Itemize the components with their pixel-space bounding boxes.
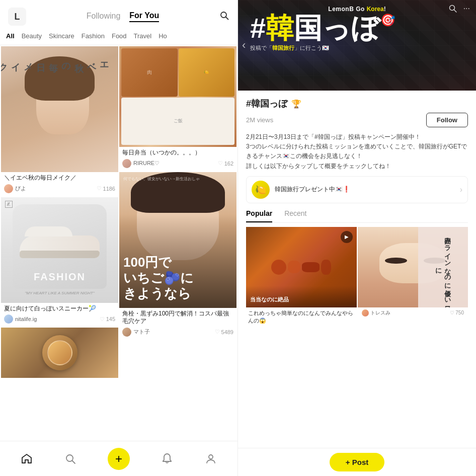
heart-icon: ♡ bbox=[218, 160, 223, 167]
list-item[interactable]: 100円でいちご🫐にきようなら 何でもない、彼女がいない→新生活おしゃ 角栓・黒… bbox=[119, 172, 236, 340]
card2-user-row: RIRURE♡ ♡ 162 bbox=[122, 159, 233, 168]
heart-icon: ♡ bbox=[215, 329, 220, 335]
list-item[interactable] bbox=[1, 328, 118, 378]
banner: ··· LemonB Go Korea! ‹ #韓国っぼ🎯 投稿で「韓国旅行」に… bbox=[238, 0, 476, 91]
tab-popular[interactable]: Popular bbox=[246, 209, 272, 222]
feed-col-left: エベ秋の毎日メイク ＼イエベ秋の毎日メイク／ びよ ♡ bbox=[1, 46, 118, 441]
card1-title: ＼イエベ秋の毎日メイク／ bbox=[4, 174, 115, 182]
cat-beauty[interactable]: Beauty bbox=[22, 32, 42, 41]
hashtag-row: #韓国っぼ 🏆 bbox=[246, 98, 468, 110]
description-text: 2月21日〜3月13日まで「#韓国っぼ」投稿キャンペーン開催中！ 3つのレベルに… bbox=[246, 132, 468, 171]
grid-like-row: トレスみ ♡ 750 bbox=[360, 309, 466, 319]
nav-profile[interactable] bbox=[205, 453, 217, 465]
cat-food[interactable]: Food bbox=[112, 32, 127, 41]
list-item[interactable]: 囲みラインなのに優しい目元に トレスみ ♡ 750 bbox=[358, 227, 468, 326]
grid-overlay-text: 当当なのに絶品 bbox=[250, 296, 353, 303]
grid-item-1-image: ▶ 当当なのに絶品 bbox=[246, 227, 357, 307]
list-item[interactable]: エベ秋の毎日メイク ＼イエベ秋の毎日メイク／ びよ ♡ bbox=[1, 46, 118, 196]
tab-following[interactable]: Following bbox=[87, 12, 121, 22]
views-count: 2M views bbox=[246, 116, 273, 124]
trophy-emoji: 🏆 bbox=[291, 99, 301, 109]
avatar bbox=[4, 184, 13, 193]
post-bar: + Post bbox=[238, 448, 476, 476]
cat-travel[interactable]: Travel bbox=[134, 32, 152, 41]
card3-info: 夏に向けて白っぽいスニーカー🎾 nitalife.ig ♡ 145 bbox=[1, 303, 118, 327]
like-count: ♡ 145 bbox=[100, 316, 115, 323]
avatar bbox=[122, 159, 131, 168]
card4-title: 角栓・黒ずみ100円で解消！コスパ最強毛穴ケア bbox=[122, 310, 233, 326]
heart-icon: ♡ bbox=[97, 185, 102, 192]
card4-user-row: マト子 ♡ 5489 bbox=[122, 328, 233, 337]
grid-item-2-image: 囲みラインなのに優しい目元に bbox=[358, 227, 468, 307]
views-row: 2M views Follow bbox=[246, 113, 468, 127]
left-panel: L Following For You All Beauty Skincare … bbox=[0, 0, 238, 476]
promo-icon: 🍋 bbox=[252, 181, 270, 199]
nav-search[interactable] bbox=[64, 453, 76, 465]
tab-recent[interactable]: Recent bbox=[284, 209, 306, 222]
bottom-nav: + bbox=[0, 441, 237, 476]
category-bar: All Beauty Skincare Fashion Food Travel … bbox=[0, 30, 237, 45]
right-panel: ··· LemonB Go Korea! ‹ #韓国っぼ🎯 投稿で「韓国旅行」に… bbox=[238, 0, 476, 476]
svg-line-5 bbox=[72, 460, 75, 463]
svg-line-3 bbox=[226, 17, 228, 19]
svg-text:L: L bbox=[15, 12, 20, 22]
post-button[interactable]: + Post bbox=[330, 453, 384, 471]
nav-home[interactable] bbox=[21, 453, 33, 465]
username: マト子 bbox=[133, 328, 150, 336]
like-count: ♡ 162 bbox=[218, 160, 233, 167]
card3-image: "MY HEART LIKE A SUMMER NIGHT" if. FASHI… bbox=[1, 197, 118, 303]
cat-all[interactable]: All bbox=[6, 32, 15, 41]
heart-icon: ♡ bbox=[450, 310, 454, 315]
promo-card[interactable]: 🍋 韓国旅行プレゼント中🇰🇷❗ › bbox=[246, 176, 468, 203]
svg-point-6 bbox=[209, 455, 213, 459]
fashion-label: FASHION bbox=[1, 271, 118, 283]
detail-content: #韓国っぼ 🏆 2M views Follow 2月21日〜3月13日まで「#韓… bbox=[238, 91, 476, 448]
grid-caption-2: トレスみ ♡ 750 bbox=[358, 307, 468, 321]
like-count: ♡ 5489 bbox=[215, 329, 233, 335]
card1-user-row: びよ ♡ 1186 bbox=[4, 184, 115, 193]
card1-image: エベ秋の毎日メイク bbox=[1, 46, 118, 172]
hashtag-title: #韓国っぼ bbox=[246, 98, 287, 110]
card3-user-row: nitalife.ig ♡ 145 bbox=[4, 314, 115, 324]
grid-user: トレスみ bbox=[362, 309, 390, 316]
grid-caption-1: これめっちゃ簡単なのになんでみんなやらんの😱 bbox=[246, 307, 357, 326]
card2-info: 毎日弁当（いつかの。。。） RIRURE♡ ♡ 162 bbox=[119, 147, 236, 171]
list-item[interactable]: 肉 🍋 ご飯 毎日弁当（いつかの。。。） RIRURE♡ ♡ bbox=[119, 46, 236, 171]
card5-image bbox=[1, 328, 118, 378]
card2-title: 毎日弁当（いつかの。。。） bbox=[122, 149, 233, 157]
content-grid: ▶ 当当なのに絶品 これめっちゃ簡単なのになんでみんなやらんの😱 bbox=[246, 227, 468, 326]
promo-arrow-icon: › bbox=[460, 185, 462, 194]
promo-text: 韓国旅行プレゼント中🇰🇷❗ bbox=[275, 185, 455, 194]
tab-for-you[interactable]: For You bbox=[129, 11, 159, 22]
avatar bbox=[122, 328, 131, 337]
banner-main-content: #韓国っぼ🎯 投稿で「韓国旅行」に行こう🇰🇷 bbox=[250, 14, 451, 52]
avatar bbox=[362, 309, 369, 316]
card4-info: 角栓・黒ずみ100円で解消！コスパ最強毛穴ケア マト子 ♡ 5489 bbox=[119, 308, 236, 340]
card1-info: ＼イエベ秋の毎日メイク／ びよ ♡ 1186 bbox=[1, 172, 118, 196]
heart-icon: ♡ bbox=[100, 316, 105, 323]
detail-tabs: Popular Recent bbox=[246, 209, 468, 223]
nav-post-button[interactable]: + bbox=[108, 448, 130, 470]
list-item[interactable]: ▶ 当当なのに絶品 これめっちゃ簡単なのになんでみんなやらんの😱 bbox=[246, 227, 357, 326]
card3-title: 夏に向けて白っぽいスニーカー🎾 bbox=[4, 305, 115, 313]
cat-fashion[interactable]: Fashion bbox=[82, 32, 105, 41]
nav-notifications[interactable] bbox=[161, 453, 173, 465]
app-logo: L bbox=[8, 8, 26, 26]
like-count: ♡ 750 bbox=[450, 310, 464, 315]
header: L Following For You bbox=[0, 0, 237, 30]
feed-col-right: 肉 🍋 ご飯 毎日弁当（いつかの。。。） RIRURE♡ ♡ bbox=[119, 46, 236, 441]
username: RIRURE♡ bbox=[133, 160, 160, 167]
feed-grid: エベ秋の毎日メイク ＼イエベ秋の毎日メイク／ びよ ♡ bbox=[0, 45, 237, 441]
username: nitalife.ig bbox=[15, 316, 37, 322]
list-item[interactable]: "MY HEART LIKE A SUMMER NIGHT" if. FASHI… bbox=[1, 197, 118, 327]
cat-skincare[interactable]: Skincare bbox=[49, 32, 74, 41]
username: トレスみ bbox=[370, 309, 390, 316]
avatar bbox=[4, 314, 13, 324]
banner-prev-arrow[interactable]: ‹ bbox=[242, 39, 246, 52]
cat-more[interactable]: Ho bbox=[158, 32, 167, 41]
card2-image: 肉 🍋 ご飯 bbox=[119, 46, 236, 147]
header-search-icon[interactable] bbox=[219, 11, 229, 23]
play-icon[interactable]: ▶ bbox=[341, 231, 353, 243]
username: びよ bbox=[15, 185, 26, 192]
follow-button[interactable]: Follow bbox=[426, 113, 468, 127]
